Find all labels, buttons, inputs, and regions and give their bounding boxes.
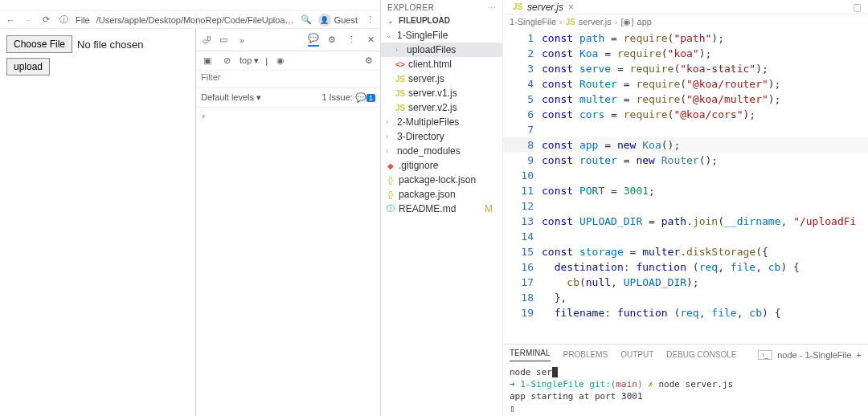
tree-item-label: server.v1.js xyxy=(408,88,457,99)
file-client-html[interactable]: <>client.html xyxy=(381,57,502,71)
symbol-icon: [◉] xyxy=(620,17,633,27)
clear-console-icon[interactable]: ⊘ xyxy=(220,55,233,66)
tree-item-label: node_modules xyxy=(397,145,461,157)
folder-3-directory[interactable]: ›3-Directory xyxy=(381,129,502,144)
menu-icon[interactable]: ⋮ xyxy=(364,14,375,25)
tab-terminal[interactable]: TERMINAL xyxy=(510,349,551,361)
chat-icon[interactable]: 💬 xyxy=(308,33,319,47)
file-package-lock-json[interactable]: {}package-lock.json xyxy=(381,173,502,187)
file-origin-icon: ⓘ xyxy=(58,14,69,26)
upload-button[interactable]: upload xyxy=(6,58,50,75)
layout-icon[interactable]: ▢ xyxy=(850,0,865,14)
html-icon: <> xyxy=(395,60,405,69)
git-status-badge: M xyxy=(485,203,497,214)
info-icon: ⓘ xyxy=(386,203,395,214)
tree-item-label: 3-Directory xyxy=(397,131,444,142)
explorer-title: EXPLORER xyxy=(387,3,434,12)
explorer-more-icon[interactable]: ··· xyxy=(488,3,496,12)
chevron-icon: › xyxy=(386,147,394,155)
terminal-proc-label[interactable]: node - 1-SingleFile xyxy=(777,350,851,360)
folder-node_modules[interactable]: ›node_modules xyxy=(381,144,502,158)
tree-item-label: uploadFiles xyxy=(407,44,456,55)
terminal-proc-icon[interactable]: ›_ xyxy=(758,350,772,360)
folder-2-multiplefiles[interactable]: ›2-MultipleFiles xyxy=(381,115,502,129)
file-server-v2-js[interactable]: JSserver.v2.js xyxy=(381,100,502,115)
issues-button[interactable]: 1 Issue: 💬1 xyxy=(321,92,375,103)
tab-problems[interactable]: PROBLEMS xyxy=(563,350,608,359)
new-terminal-icon[interactable]: + xyxy=(857,350,862,360)
file-tree: ⌄1-SingleFile›uploadFiles<>client.htmlJS… xyxy=(381,27,502,416)
editor-tabs: JS server.js × ▢ xyxy=(503,0,868,14)
profile-label: Guest xyxy=(334,15,358,25)
js-icon: JS xyxy=(395,75,405,84)
browser-body: Choose File No file chosen upload ⮰ ▭ » … xyxy=(0,29,380,416)
tree-item-label: package-lock.json xyxy=(399,174,476,186)
tab-output[interactable]: OUTPUT xyxy=(620,350,653,359)
file-server-v1-js[interactable]: JSserver.v1.js xyxy=(381,86,502,100)
git-icon: ◆ xyxy=(386,161,395,170)
toggle-sidebar-icon[interactable]: ▣ xyxy=(201,55,214,66)
js-icon: JS xyxy=(395,89,405,98)
breadcrumbs[interactable]: 1-SingleFile › JS server.js › [◉] app xyxy=(503,14,868,29)
terminal-panel: TERMINAL PROBLEMS OUTPUT DEBUG CONSOLE ›… xyxy=(503,344,868,416)
reload-icon[interactable]: ⟳ xyxy=(40,14,51,25)
levels-selector[interactable]: Default levels ▾ xyxy=(201,92,261,103)
console-prompt[interactable]: › xyxy=(196,108,380,124)
filter-input[interactable] xyxy=(196,71,380,84)
chevron-icon: › xyxy=(395,46,403,54)
console-levels-row: Default levels ▾ 1 Issue: 💬1 xyxy=(196,88,380,108)
close-tab-icon[interactable]: × xyxy=(568,2,574,13)
tree-item-label: server.js xyxy=(408,73,444,84)
json-icon: {} xyxy=(386,176,395,185)
forward-icon[interactable]: → xyxy=(23,15,34,25)
console-filter xyxy=(196,71,380,88)
crumb-symbol[interactable]: app xyxy=(637,17,652,27)
devtools-toolbar: ⮰ ▭ » 💬 ⚙ ⋮ ✕ xyxy=(196,29,380,51)
js-icon: JS xyxy=(513,2,522,11)
settings-icon[interactable]: ⚙ xyxy=(326,35,338,45)
tab-debug-console[interactable]: DEBUG CONSOLE xyxy=(666,350,736,359)
tree-item-label: server.v2.js xyxy=(408,102,457,113)
inspect-icon[interactable]: ⮰ xyxy=(199,35,212,45)
browser-pane: ← → ⟳ ⓘ File /Users/apple/Desktop/MonoRe… xyxy=(0,0,381,416)
context-selector[interactable]: top ▾ xyxy=(240,55,259,66)
tab-server-js[interactable]: JS server.js × xyxy=(506,2,580,13)
code-editor[interactable]: 12345678910111213141516171819 const path… xyxy=(503,29,868,344)
file-server-js[interactable]: JSserver.js xyxy=(381,71,502,86)
device-icon[interactable]: ▭ xyxy=(217,35,230,45)
explorer-root[interactable]: ⌄ FILEUPLOAD xyxy=(381,14,502,27)
search-icon[interactable]: 🔍 xyxy=(301,14,312,25)
json-icon: {} xyxy=(386,190,395,199)
page-content: Choose File No file chosen upload xyxy=(0,29,195,416)
profile-button[interactable]: 👤 Guest xyxy=(318,14,358,27)
close-devtools-icon[interactable]: ✕ xyxy=(364,35,377,45)
more-tabs-icon[interactable]: » xyxy=(235,35,249,45)
choose-file-button[interactable]: Choose File xyxy=(6,35,72,53)
back-icon[interactable]: ← xyxy=(5,15,16,25)
more-icon[interactable]: ⋮ xyxy=(345,35,358,45)
tree-item-label: 2-MultipleFiles xyxy=(397,116,459,128)
js-icon: JS xyxy=(566,18,575,27)
folder-1-singlefile[interactable]: ⌄1-SingleFile xyxy=(381,28,502,43)
file-package-json[interactable]: {}package.json xyxy=(381,187,502,202)
console-toolbar: ▣ ⊘ top ▾ | ◉ ⚙ xyxy=(196,51,380,71)
crumb-folder[interactable]: 1-SingleFile xyxy=(510,17,556,27)
code-lines[interactable]: const path = require("path");const Koa =… xyxy=(542,29,868,344)
panel-tabs: TERMINAL PROBLEMS OUTPUT DEBUG CONSOLE ›… xyxy=(503,345,868,365)
tree-item-label: package.json xyxy=(399,189,456,200)
js-icon: JS xyxy=(395,104,405,112)
crumb-file[interactable]: server.js xyxy=(579,17,612,27)
line-gutter: 12345678910111213141516171819 xyxy=(503,29,542,344)
vscode-pane: EXPLORER ··· ⌄ FILEUPLOAD ⌄1-SingleFile›… xyxy=(381,0,868,416)
browser-toolbar: ← → ⟳ ⓘ File /Users/apple/Desktop/MonoRe… xyxy=(0,11,380,29)
tree-item-label: client.html xyxy=(408,59,452,70)
file--gitignore[interactable]: ◆.gitignore xyxy=(381,158,502,173)
file-readme-md[interactable]: ⓘREADME.mdM xyxy=(381,202,502,216)
live-expr-icon[interactable]: ◉ xyxy=(274,55,287,66)
devtools-panel: ⮰ ▭ » 💬 ⚙ ⋮ ✕ ▣ ⊘ top ▾ | ◉ ⚙ xyxy=(195,29,380,416)
console-settings-icon[interactable]: ⚙ xyxy=(362,55,375,66)
address-bar[interactable]: /Users/apple/Desktop/MonoRep/Code/FileUp… xyxy=(96,15,294,25)
folder-uploadfiles[interactable]: ›uploadFiles xyxy=(381,43,502,57)
tree-item-label: README.md xyxy=(399,203,456,214)
terminal-body[interactable]: node ser ➜ 1-SingleFile git:(main) ✗ nod… xyxy=(503,365,868,416)
